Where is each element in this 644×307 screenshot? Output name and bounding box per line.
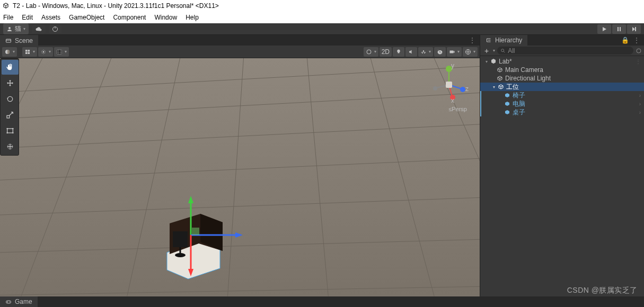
rotate-tool[interactable]: [2, 92, 19, 106]
svg-marker-53: [188, 196, 193, 203]
svg-rect-3: [617, 27, 619, 31]
watermark: CSDN @朕属实乏了: [567, 286, 638, 295]
menu-window[interactable]: Window: [154, 14, 177, 21]
camera-dropdown[interactable]: [447, 47, 462, 57]
scale-icon: [6, 111, 14, 119]
2d-toggle[interactable]: 2D: [380, 47, 392, 57]
play-icon: [602, 26, 607, 32]
fx-toggle[interactable]: [418, 47, 433, 57]
svg-point-0: [8, 27, 11, 29]
perspective-label[interactable]: ≤Persp: [448, 106, 467, 112]
cloud-button[interactable]: [32, 25, 46, 33]
cube-outline-icon: [496, 75, 504, 82]
svg-point-36: [12, 128, 14, 130]
toggle-skybox-dropdown[interactable]: [38, 47, 53, 57]
menubar: File Edit Assets GameObject Component Wi…: [0, 12, 644, 23]
scene-viewport[interactable]: y z x ≤Persp: [0, 58, 480, 296]
menu-file[interactable]: File: [3, 14, 13, 21]
hierarchy-tab[interactable]: Hierarchy: [480, 35, 527, 46]
orientation-gizmo[interactable]: y z x: [428, 64, 470, 106]
filter-icon[interactable]: [636, 48, 642, 54]
svg-point-63: [9, 302, 10, 303]
row-menu[interactable]: ⋮: [632, 59, 644, 65]
scene-row[interactable]: ▾ Lab* ⋮: [480, 57, 644, 66]
menu-gameobject[interactable]: GameObject: [69, 14, 104, 21]
rotate-icon: [6, 95, 14, 103]
scale-tool[interactable]: [2, 107, 19, 122]
account-button[interactable]: 猫 ▾: [3, 23, 29, 34]
2d-label: 2D: [382, 48, 390, 56]
menu-edit[interactable]: Edit: [22, 14, 33, 21]
cloud-icon: [35, 26, 42, 32]
unity-scene-icon: [490, 58, 497, 65]
hierarchy-search-input[interactable]: All: [497, 47, 633, 55]
game-tab-label: Game: [15, 298, 32, 305]
axis-y-label: y: [451, 64, 454, 69]
prefab-bar: [480, 108, 481, 116]
svg-rect-33: [7, 115, 10, 118]
transform-tool[interactable]: [2, 139, 19, 154]
lighting-toggle[interactable]: [393, 47, 404, 57]
prefab-bar: [480, 100, 481, 108]
svg-point-37: [6, 132, 8, 134]
scene-object[interactable]: [159, 192, 244, 282]
create-button[interactable]: +: [482, 47, 491, 55]
cube-outline-icon: [496, 66, 504, 74]
account-name: 猫: [15, 24, 21, 33]
row-chevron-icon[interactable]: ›: [636, 93, 644, 98]
move-tool[interactable]: [2, 76, 19, 91]
svg-point-59: [501, 49, 504, 51]
svg-point-2: [55, 27, 56, 28]
version-control-button[interactable]: [49, 25, 61, 33]
hand-icon: [6, 63, 14, 71]
tree-item-group-selected[interactable]: ▾ 工位: [480, 83, 644, 91]
row-chevron-icon[interactable]: ›: [636, 110, 644, 115]
hand-tool[interactable]: [2, 60, 19, 75]
camera-overlay-dropdown[interactable]: [364, 47, 378, 57]
svg-point-38: [12, 132, 14, 134]
svg-rect-9: [28, 50, 30, 52]
hierarchy-tree[interactable]: ▾ Lab* ⋮ Main Camera Directional Light ▾…: [480, 56, 644, 296]
scene-tab-menu[interactable]: ⋮: [465, 37, 480, 44]
tree-item-camera[interactable]: Main Camera: [480, 66, 644, 74]
scene-tab[interactable]: Scene: [0, 35, 38, 46]
hierarchy-toolbar: + ▾ All: [480, 46, 644, 56]
svg-rect-16: [450, 50, 454, 53]
prefab-bar: [480, 91, 481, 100]
menu-assets[interactable]: Assets: [41, 14, 60, 21]
tree-item-light[interactable]: Directional Light: [480, 74, 644, 83]
tree-item-prefab[interactable]: 桌子 ›: [480, 108, 644, 116]
move-icon: [6, 79, 14, 87]
lock-icon[interactable]: 🔒: [621, 37, 629, 44]
gizmos-dropdown[interactable]: [463, 47, 478, 57]
tree-item-label: 椅子: [513, 91, 525, 100]
audio-toggle[interactable]: [405, 47, 417, 57]
visibility-toggle[interactable]: [434, 47, 446, 57]
play-controls: [597, 24, 641, 34]
create-dropdown-icon[interactable]: ▾: [493, 48, 495, 53]
play-button[interactable]: [597, 24, 611, 34]
game-tab[interactable]: Game: [0, 296, 38, 307]
tree-item-prefab[interactable]: 椅子 ›: [480, 91, 644, 100]
hierarchy-tab-menu[interactable]: ⋮: [633, 37, 640, 44]
eye-off-icon: [437, 49, 443, 55]
svg-point-51: [175, 253, 186, 257]
shading-mode-dropdown[interactable]: [2, 47, 17, 57]
menu-component[interactable]: Component: [113, 14, 146, 21]
svg-point-12: [43, 51, 45, 52]
tree-item-prefab[interactable]: 电脑 ›: [480, 100, 644, 108]
tree-item-label: Directional Light: [505, 75, 551, 82]
svg-point-43: [460, 87, 465, 92]
svg-point-45: [433, 86, 437, 91]
step-button[interactable]: [627, 24, 641, 34]
gizmos-icon: [465, 49, 471, 55]
scene-panel: Scene ⋮ 2D: [0, 35, 480, 296]
rect-tool[interactable]: [2, 123, 19, 138]
pause-button[interactable]: [612, 24, 626, 34]
search-placeholder: All: [508, 47, 515, 55]
menu-help[interactable]: Help: [186, 14, 199, 21]
draw-mode-dropdown[interactable]: [22, 47, 37, 57]
step-icon: [631, 26, 637, 32]
grid-dropdown[interactable]: [54, 47, 69, 57]
row-chevron-icon[interactable]: ›: [636, 101, 644, 107]
